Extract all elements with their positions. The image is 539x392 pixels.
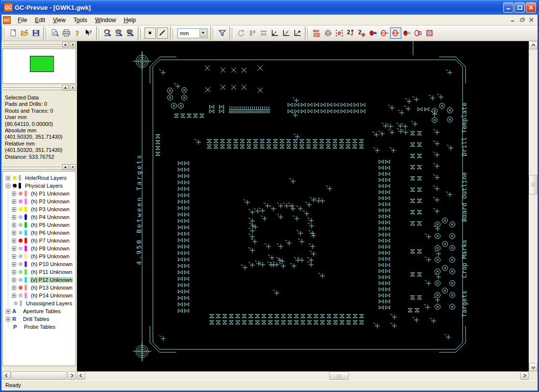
filter-button[interactable] [217, 27, 228, 39]
layer-color-bar[interactable] [24, 253, 27, 259]
panel-close-button[interactable]: x [70, 42, 76, 48]
menu-window[interactable]: Window [91, 16, 120, 24]
layer-label[interactable]: Hole/Rout Layers [24, 175, 68, 181]
scroll-right-button[interactable] [520, 371, 529, 380]
panel-close-button[interactable]: x [70, 85, 76, 91]
new-document-button[interactable] [8, 27, 19, 39]
step-button[interactable] [247, 27, 258, 39]
measure-add-button[interactable] [292, 27, 303, 39]
layer-color-bar[interactable] [24, 198, 27, 204]
layer-label[interactable]: (h) P11 Unknown [30, 269, 73, 275]
menu-edit[interactable]: Edit [31, 16, 49, 24]
layer-label[interactable]: (h) P6 Unknown [30, 230, 71, 236]
layer-color-bar[interactable] [24, 222, 27, 228]
layer-label[interactable]: (h) P7 Unknown [30, 238, 71, 244]
units-combobox[interactable]: mm [177, 28, 208, 38]
two-pin-button[interactable]: 2 [345, 27, 356, 39]
print-preview-button[interactable] [49, 27, 61, 39]
open-file-button[interactable] [19, 27, 30, 39]
print-button[interactable] [61, 27, 72, 39]
ref-grid-button[interactable]: REF [311, 27, 322, 39]
mdi-restore-button[interactable] [518, 16, 526, 24]
layer-visibility-dot[interactable] [14, 301, 18, 305]
layer-color-bar[interactable] [19, 183, 21, 189]
layer-visibility-dot[interactable] [19, 223, 23, 227]
layer-visibility-dot[interactable] [19, 239, 23, 243]
panel-collapse-button[interactable]: ▲ [62, 164, 69, 170]
drawing-canvas[interactable]: 4.950 Between TargetsDrill TemplateBoard… [77, 41, 529, 371]
pad-cyan-button[interactable] [401, 27, 413, 39]
hash-dots-button[interactable]: # [334, 27, 345, 39]
close-button[interactable] [526, 2, 536, 13]
pad-line-button[interactable] [379, 27, 390, 39]
layer-color-bar[interactable] [24, 285, 27, 291]
combobox-dropdown-icon[interactable] [199, 29, 207, 37]
layer-color-bar[interactable] [20, 300, 22, 306]
maximize-button[interactable] [514, 2, 525, 13]
layer-color-bar[interactable] [24, 206, 27, 212]
scroll-up-button[interactable] [529, 41, 538, 49]
panel-collapse-button[interactable]: ▲ [62, 85, 69, 91]
two-target-button[interactable]: 2 [356, 27, 368, 39]
menu-view[interactable]: View [49, 16, 70, 24]
zoom-extents-button[interactable] [102, 27, 114, 39]
layer-color-bar[interactable] [24, 191, 27, 196]
layer-color-bar[interactable] [19, 175, 21, 181]
title-bar[interactable]: GC GC-Prevue - [GWK1.gwk] [0, 0, 539, 15]
scroll-down-button[interactable] [529, 363, 538, 371]
context-help-button[interactable]: ? [83, 27, 95, 39]
layer-label[interactable]: (h) P3 Unknown [30, 206, 71, 212]
layer-visibility-dot[interactable] [19, 286, 23, 290]
zoom-out-button[interactable]: E [125, 27, 136, 39]
panel-collapse-button[interactable]: ▲ [62, 42, 69, 48]
layer-visibility-dot[interactable] [19, 207, 23, 211]
layer-tree-item[interactable]: PProbe Tables [3, 323, 75, 331]
layer-visibility-dot[interactable] [19, 270, 23, 274]
layer-color-bar[interactable] [24, 214, 27, 220]
sphere-button[interactable] [322, 27, 334, 39]
layer-label[interactable]: (h) P10 Unknown [30, 261, 74, 267]
pad-arrow-button[interactable] [413, 27, 424, 39]
layer-label[interactable]: (h) P1 Unknown [30, 191, 71, 196]
pad-plus-button[interactable] [390, 27, 401, 39]
layer-tree-item[interactable]: Unassigned Layers [3, 299, 75, 307]
layer-color-bar[interactable] [24, 293, 27, 298]
scroll-thumb[interactable] [529, 175, 538, 195]
layer-label[interactable]: Drill Tables [22, 316, 50, 322]
canvas-vscrollbar[interactable] [529, 41, 538, 371]
menu-tools[interactable]: Tools [70, 16, 91, 24]
mdi-close-button[interactable] [527, 16, 536, 24]
layer-label[interactable]: Probe Tables [23, 324, 56, 330]
layer-tree-item[interactable]: RDrill Tables [3, 315, 75, 323]
layer-label[interactable]: (v) P12 Unknown [30, 277, 73, 283]
line-mode-button[interactable] [157, 27, 168, 39]
layer-visibility-dot[interactable] [19, 254, 23, 258]
layer-visibility-dot[interactable] [19, 262, 23, 266]
layer-label[interactable]: Aperture Tables [22, 308, 62, 314]
layer-color-bar[interactable] [24, 269, 27, 275]
point-mode-button[interactable] [145, 27, 156, 39]
measure-point-button[interactable] [270, 27, 281, 39]
pad-blue-button[interactable] [368, 27, 379, 39]
selected-data-panel-header[interactable]: ▲ x [2, 85, 76, 91]
layer-label[interactable]: (h) P5 Unknown [30, 222, 71, 228]
help-button[interactable]: ? [72, 27, 83, 39]
layer-label[interactable]: (h) P2 Unknown [30, 198, 71, 204]
layer-visibility-dot[interactable] [13, 176, 17, 180]
layer-visibility-dot[interactable] [19, 294, 23, 297]
layer-label[interactable]: Physical Layers [24, 183, 64, 189]
scroll-left-button[interactable] [2, 371, 11, 380]
minimize-button[interactable] [503, 2, 514, 13]
zoom-window-button[interactable] [114, 27, 125, 39]
layer-visibility-dot[interactable] [19, 246, 23, 250]
layer-visibility-dot[interactable] [19, 231, 23, 235]
layer-color-bar[interactable] [24, 261, 27, 267]
layer-visibility-dot[interactable] [19, 278, 23, 282]
layer-tree-item[interactable]: Hole/Rout Layers [3, 174, 75, 182]
layer-color-bar[interactable] [24, 277, 27, 283]
panel-close-button[interactable]: x [70, 164, 76, 170]
sidebar-hscrollbar[interactable] [2, 371, 76, 380]
layer-visibility-dot[interactable] [19, 192, 23, 196]
layer-visibility-dot[interactable] [19, 215, 23, 219]
measure-vector-button[interactable] [281, 27, 292, 39]
